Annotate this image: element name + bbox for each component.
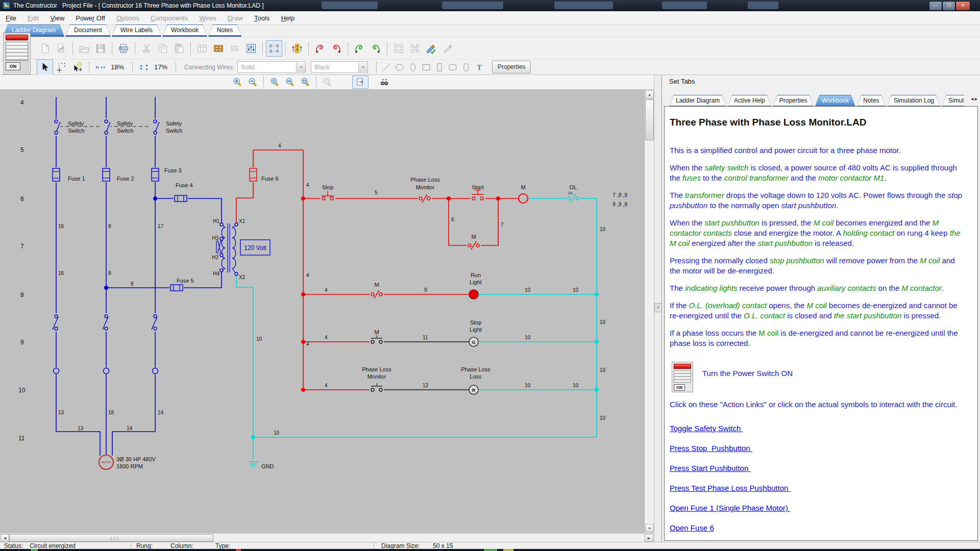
fuse-5[interactable] [170, 285, 183, 291]
pointer-icon[interactable] [37, 59, 53, 76]
panel-tab-simulation-log[interactable]: Simulation Log [887, 95, 941, 106]
panel-tab-workbook[interactable]: Workbook [815, 95, 855, 106]
junction-dot[interactable] [447, 196, 451, 201]
action-link-open-fuse-6[interactable]: Open Fuse 6 [670, 523, 965, 532]
print-icon[interactable] [115, 40, 132, 57]
select-region-icon[interactable] [266, 40, 282, 57]
junction-dot[interactable] [595, 340, 599, 344]
canvas-horizontal-scrollbar[interactable]: ◀ ❘❘❘ ▶ [0, 533, 654, 542]
fuse-3[interactable] [152, 168, 159, 181]
shape-rect-tall-icon[interactable] [433, 61, 446, 74]
wire[interactable] [155, 198, 222, 224]
wire[interactable] [253, 198, 597, 459]
meter-icon[interactable] [289, 40, 305, 57]
tab-workbook[interactable]: Workbook [162, 24, 207, 37]
table-icon[interactable] [194, 40, 210, 57]
panel-tab-simulation-sc[interactable]: Simulation Sc [942, 95, 964, 106]
fuse-1[interactable] [53, 168, 60, 181]
zoom-window-icon[interactable] [320, 76, 335, 88]
v-spacing-icon[interactable] [136, 59, 152, 76]
panel-tab-active-help[interactable]: Active Help [727, 95, 772, 106]
action-link-press-stop-pushbutton[interactable]: Press Stop Pushbutton [670, 444, 965, 453]
ladder-diagram-canvas[interactable]: GR4567891011SafetySwitchSafetySwitchSafe… [0, 90, 644, 533]
menu-view[interactable]: View [44, 14, 70, 22]
scroll-right-icon[interactable]: ▶ [645, 534, 653, 542]
power-switch-image[interactable]: ON [672, 362, 693, 392]
cut-icon[interactable] [138, 40, 155, 57]
shape-rounded-tall-icon[interactable] [459, 61, 473, 74]
chevron-down-icon[interactable]: ▼ [358, 62, 368, 72]
scroll-down-icon[interactable]: ▼ [645, 524, 654, 533]
power-switch-knob[interactable] [6, 42, 28, 61]
ladder-diagram[interactable]: GR4567891011SafetySwitchSafetySwitchSafe… [0, 90, 644, 533]
scroll-up-icon[interactable]: ▲ [645, 90, 654, 99]
zoom-out-icon[interactable] [245, 76, 260, 88]
properties-button[interactable]: Properties [492, 61, 531, 73]
copy-icon[interactable] [155, 40, 171, 57]
menu-file[interactable]: File [0, 14, 22, 22]
wire[interactable] [236, 150, 253, 224]
cells-orange-icon[interactable] [210, 40, 227, 57]
wire-color-select[interactable]: Black▼ [311, 61, 368, 73]
probe-green-b-icon[interactable] [368, 40, 384, 57]
probe-pointer-icon[interactable] [69, 59, 86, 76]
action-link-open-fuse-1-single-phase-motor-[interactable]: Open Fuse 1 (Single Phase Motor) [670, 504, 965, 512]
sliders-icon[interactable] [243, 40, 259, 57]
pencil-check-icon[interactable] [423, 40, 439, 57]
paste-icon[interactable] [171, 40, 187, 57]
shape-rounded-icon[interactable] [446, 61, 459, 74]
action-link-toggle-safety-switch[interactable]: Toggle Safety Switch [670, 424, 965, 433]
folder-open-icon[interactable] [76, 40, 92, 57]
power-switch[interactable]: ON [3, 33, 31, 74]
junction-dot[interactable] [301, 388, 305, 392]
wire[interactable] [112, 97, 155, 456]
fuse-4[interactable] [175, 195, 187, 202]
h-spacing-icon[interactable] [92, 59, 109, 76]
tab-notes[interactable]: Notes [208, 24, 241, 37]
minimize-button[interactable]: — [929, 1, 942, 11]
junction-dot[interactable] [301, 340, 305, 344]
pencil-plain-icon[interactable] [439, 40, 456, 57]
find-binoculars-icon[interactable] [377, 76, 392, 88]
fuse-6[interactable] [250, 168, 257, 181]
junction-dot[interactable] [251, 435, 255, 439]
save-icon[interactable] [92, 40, 109, 57]
tab-document[interactable]: Document [65, 24, 111, 37]
scrollbar-thumb[interactable]: ❘❘❘ [9, 534, 213, 542]
doc-new-icon[interactable] [37, 40, 53, 57]
wire[interactable] [236, 276, 253, 437]
power-switch-figure[interactable]: ON Turn the Power Switch ON [672, 362, 965, 392]
zoom-in-icon[interactable] [230, 76, 245, 88]
canvas-vertical-scrollbar[interactable]: ▲ ▼ [644, 90, 654, 533]
snap-grid-icon[interactable] [53, 59, 69, 76]
junction-dot[interactable] [104, 286, 108, 290]
wire-style-select[interactable]: Solid▼ [237, 61, 306, 73]
zoom-width-icon[interactable] [282, 76, 298, 88]
probe-red-b-icon[interactable] [328, 40, 345, 57]
shape-line-icon[interactable] [380, 61, 393, 74]
action-link-press-test-phase-loss-pushbutton[interactable]: Press Test Phase Loss Pushbutton [670, 484, 965, 492]
shape-rect-icon[interactable] [420, 61, 433, 74]
action-link-press-start-pushbutton[interactable]: Press Start Pushbutton [670, 464, 965, 472]
group-b-icon[interactable] [407, 40, 423, 57]
menu-tools[interactable]: Tools [249, 14, 275, 22]
wire[interactable] [106, 272, 222, 288]
doc-wizard-icon[interactable] [53, 40, 69, 57]
close-button[interactable]: ✕ [955, 1, 970, 11]
junction-dot[interactable] [301, 292, 305, 296]
group-a-icon[interactable] [390, 40, 407, 57]
panel-tab-ladder-diagram[interactable]: Ladder Diagram [669, 95, 726, 106]
scrollbar-thumb[interactable] [645, 99, 654, 140]
table-small-icon[interactable] [227, 40, 243, 57]
menu-help[interactable]: Help [275, 14, 300, 22]
fuse-2[interactable] [103, 168, 110, 181]
zoom-fit-icon[interactable] [267, 76, 282, 88]
control-transformer[interactable] [222, 228, 225, 268]
maximize-button[interactable]: ❐ [942, 1, 955, 11]
probe-red-a-icon[interactable] [312, 40, 328, 57]
shape-text-icon[interactable]: T [473, 61, 486, 74]
chevron-down-icon[interactable]: ▼ [296, 62, 305, 72]
junction-dot[interactable] [153, 196, 157, 201]
junction-dot[interactable] [595, 292, 599, 296]
tab-scroll-arrows[interactable]: ◂ ▸ [971, 96, 977, 102]
